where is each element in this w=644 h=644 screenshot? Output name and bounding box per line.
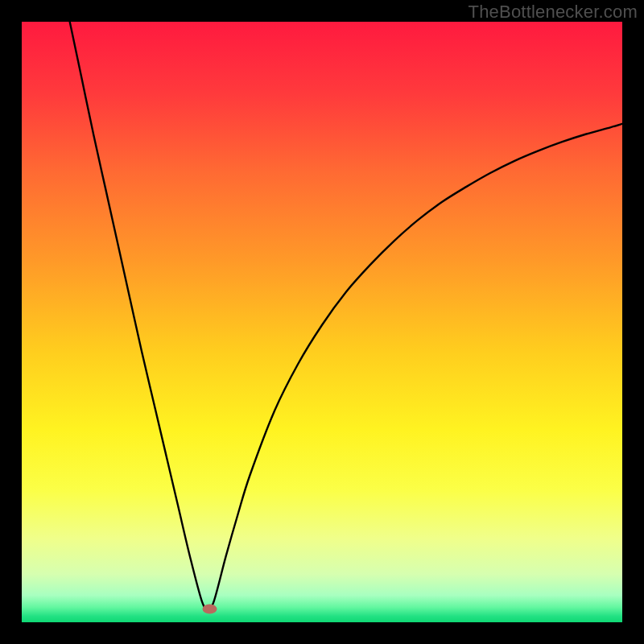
plot-area: [22, 22, 622, 622]
gradient-background: [22, 22, 622, 622]
optimum-marker: [202, 605, 217, 614]
chart-svg: [22, 22, 622, 622]
chart-frame: TheBottlenecker.com: [0, 0, 644, 644]
watermark-text: TheBottlenecker.com: [469, 2, 638, 23]
